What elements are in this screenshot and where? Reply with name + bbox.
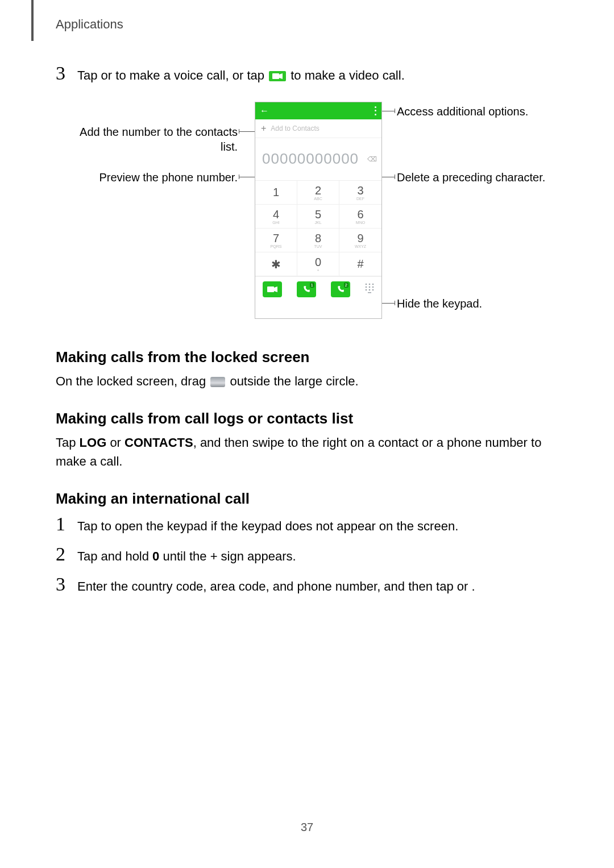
text-part: or [101,68,116,82]
keypad-key[interactable]: 5JKL [297,205,339,229]
hide-keypad-icon[interactable] [365,283,374,296]
step-text: Enter the country code, area code, and p… [77,578,475,596]
intl-step-2: 2 Tap and hold 0 until the + sign appear… [56,543,556,566]
header-rule [31,0,34,41]
keypad-key[interactable]: 8TUV [297,229,339,252]
heading-international: Making an international call [56,490,556,508]
svg-point-9 [372,286,374,288]
svg-point-4 [366,284,367,285]
intl-step-3: 3 Enter the country code, area code, and… [56,574,556,596]
step-text: Tap and hold 0 until the + sign appears. [77,547,296,566]
plus-icon: + [261,123,266,134]
svg-point-7 [366,286,367,288]
svg-point-10 [366,289,367,291]
keypad-key[interactable]: 4GHI [255,205,297,229]
keypad-key[interactable]: 6MNO [339,205,381,229]
keypad-key[interactable]: 2ABC [297,181,339,205]
callout-hide: Hide the keypad. [397,296,482,311]
svg-point-5 [369,284,371,285]
leader-tick [395,301,395,305]
section-header: Applications [56,17,123,32]
heading-call-logs: Making calls from call logs or contacts … [56,410,556,427]
keypad-key[interactable]: 3DEF [339,181,381,205]
bottom-action-row: 1 2 [255,276,381,302]
keypad-key[interactable]: 7PQRS [255,229,297,252]
svg-point-8 [369,286,371,288]
paragraph-locked: On the locked screen, drag outside the l… [56,372,556,391]
intl-step-1: 1 Tap to open the keypad if the keypad d… [56,513,556,535]
page-number: 37 [0,821,614,834]
step-number: 1 [56,513,74,535]
svg-point-6 [372,284,374,285]
leader-tick [395,175,395,179]
number-preview-row: 00000000000 ⌫ [255,138,381,180]
leader-tick [239,175,239,179]
call-sim2-button[interactable]: 2 [331,281,350,297]
step-text: Tap to open the keypad if the keypad doe… [77,517,458,535]
keypad: 12ABC3DEF4GHI5JKL6MNO7PQRS8TUV9WXYZ✱0+# [255,180,381,276]
svg-marker-1 [279,73,283,79]
svg-marker-3 [274,286,277,292]
svg-rect-2 [267,286,274,292]
leader-tick [395,109,395,113]
add-to-contacts-label: Add to Contacts [271,124,319,132]
more-icon[interactable] [375,106,377,115]
step-3-top: 3 Tap or to make a voice call, or tap to… [56,63,556,85]
svg-rect-0 [272,73,279,79]
callout-add-contacts: Add the number to the contacts list. [50,124,238,154]
keypad-key[interactable]: 1 [255,181,297,205]
text-part: to make a video call. [291,68,405,82]
call-sim1-button[interactable]: 1 [297,281,316,297]
sim1-badge: 1 [310,283,314,288]
back-icon[interactable]: ← [260,106,269,116]
keypad-key[interactable]: 9WXYZ [339,229,381,252]
text-part: to make a voice call, or tap [115,68,268,82]
sim2-badge: 2 [344,283,349,288]
svg-rect-13 [368,292,371,293]
svg-point-12 [372,289,374,291]
dialed-number: 00000000000 [262,150,359,168]
keypad-key[interactable]: ✱ [255,252,297,276]
svg-point-11 [369,289,371,291]
leader-tick [239,129,239,134]
callout-access-options: Access additional options. [397,104,528,119]
text-part: Tap [77,68,101,82]
add-to-contacts-row[interactable]: + Add to Contacts [255,119,381,138]
phone-mock: ← + Add to Contacts 00000000000 ⌫ 12ABC3… [255,102,382,319]
step-number: 3 [56,574,74,595]
step-number: 2 [56,543,74,565]
callout-preview: Preview the phone number. [50,170,238,185]
step-number: 3 [56,63,74,84]
dialer-diagram: Add the number to the contacts list. Pre… [56,102,556,329]
delete-icon[interactable]: ⌫ [367,155,377,163]
leader-line [381,111,395,111]
heading-locked-screen: Making calls from the locked screen [56,348,556,366]
drag-handle-icon [210,377,225,387]
phone-topbar: ← [255,102,381,119]
video-call-button[interactable] [263,281,282,297]
paragraph-logs: Tap LOG or CONTACTS, and then swipe to t… [56,433,556,471]
keypad-key[interactable]: 0+ [297,252,339,276]
keypad-key[interactable]: # [339,252,381,276]
step-text: Tap or to make a voice call, or tap to m… [77,67,405,85]
callout-delete: Delete a preceding character. [397,170,545,185]
video-call-icon [269,71,286,81]
